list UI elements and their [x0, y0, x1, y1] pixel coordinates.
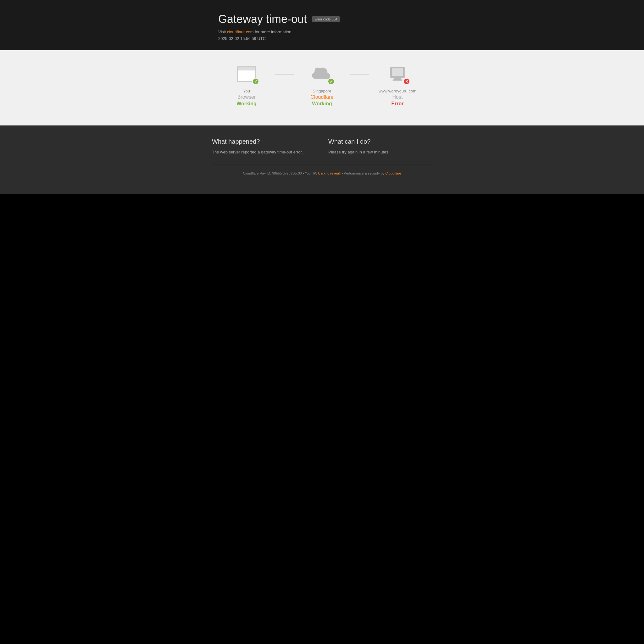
cloudflare-status-dot: ✓	[328, 78, 335, 85]
bottom-section: What happened? The web server reported a…	[0, 125, 644, 194]
what-happened-heading: What happened?	[212, 138, 316, 145]
host-top-label: www.wordyguru.com	[379, 89, 416, 93]
visit-prefix: Visit	[218, 30, 226, 34]
performance-text: • Performance & security by	[341, 171, 384, 175]
cloudflare-top-label: Singapore	[313, 89, 331, 93]
info-columns: What happened? The web server reported a…	[212, 138, 432, 155]
connector-1	[275, 74, 294, 75]
bottom-content: What happened? The web server reported a…	[212, 138, 432, 175]
footer-divider	[212, 165, 432, 165]
what-can-i-do-text: Please try again in a few minutes.	[328, 149, 432, 155]
host-middle-label: Host	[392, 94, 403, 100]
you-top-label: You	[243, 89, 250, 93]
svg-rect-3	[392, 79, 403, 80]
you-status-dot: ✓	[252, 78, 259, 85]
what-happened-col: What happened? The web server reported a…	[212, 138, 316, 155]
cloudflare-middle-label: Cloudflare	[311, 94, 334, 100]
svg-rect-2	[394, 78, 401, 79]
node-cloudflare: ✓ Singapore Cloudflare Working	[294, 63, 350, 107]
ray-id-text: Cloudflare Ray ID: 90bb5fd7e8936c00	[243, 171, 302, 175]
click-to-reveal-link[interactable]: Click to reveal!	[318, 171, 341, 175]
error-badge: Error code 504	[312, 16, 340, 22]
cloudflare-link[interactable]: cloudflare.com	[227, 30, 254, 34]
server-icon-wrapper: ✕	[385, 63, 410, 85]
middle-section: ✓ You Browser Working ✓ Singapore Cloudf…	[0, 50, 644, 125]
node-you: ✓ You Browser Working	[218, 63, 275, 107]
footer-text: Cloudflare Ray ID: 90bb5fd7e8936c00 • Yo…	[212, 171, 432, 175]
svg-rect-1	[392, 68, 403, 76]
ip-prefix: • Your IP:	[303, 171, 317, 175]
you-middle-label: Browser	[237, 94, 256, 100]
page-title: Gateway time-out	[218, 13, 307, 26]
timestamp: 2025-02-02 15:56:59 UTC	[218, 36, 426, 41]
cloud-icon-wrapper: ✓	[309, 63, 335, 85]
node-host: ✕ www.wordyguru.com Host Error	[369, 63, 426, 107]
host-status-dot: ✕	[403, 78, 410, 85]
host-status-label: Error	[391, 101, 403, 107]
nodes-container: ✓ You Browser Working ✓ Singapore Cloudf…	[212, 63, 432, 107]
you-status-label: Working	[236, 101, 257, 107]
what-happened-text: The web server reported a gateway time-o…	[212, 149, 316, 155]
connector-2	[350, 74, 369, 75]
what-can-i-do-col: What can I do? Please try again in a few…	[328, 138, 432, 155]
visit-info: Visit cloudflare.com for more informatio…	[218, 30, 426, 34]
browser-icon-wrapper: ✓	[234, 63, 259, 85]
top-section: Gateway time-out Error code 504 Visit cl…	[0, 0, 644, 50]
cloudflare-status-label: Working	[312, 101, 332, 107]
cloudflare-footer-link[interactable]: Cloudflare	[385, 171, 401, 175]
what-can-i-do-heading: What can I do?	[328, 138, 432, 145]
visit-suffix: for more information.	[255, 30, 292, 34]
